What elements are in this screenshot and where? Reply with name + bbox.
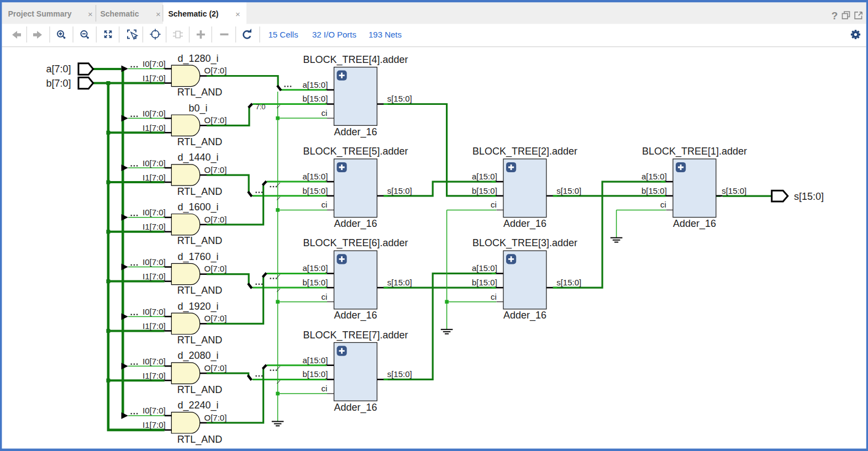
- svg-text:O[7:0]: O[7:0]: [204, 66, 227, 75]
- svg-text:b[15:0]: b[15:0]: [641, 186, 667, 195]
- svg-text:RTL_AND: RTL_AND: [177, 87, 223, 98]
- svg-text:a[15:0]: a[15:0]: [302, 80, 328, 89]
- svg-text:b[15:0]: b[15:0]: [302, 94, 328, 103]
- svg-text:s[15:0]: s[15:0]: [387, 186, 412, 195]
- svg-text:I0[7:0]: I0[7:0]: [143, 208, 166, 217]
- svg-text:I1[7:0]: I1[7:0]: [143, 123, 166, 132]
- svg-text:a[15:0]: a[15:0]: [472, 172, 497, 181]
- svg-text:O[7:0]: O[7:0]: [204, 264, 227, 273]
- svg-text:s[15:0]: s[15:0]: [556, 186, 581, 195]
- svg-text:Adder_16: Adder_16: [334, 218, 377, 230]
- svg-text:O[7:0]: O[7:0]: [204, 165, 227, 174]
- svg-text:O[7:0]: O[7:0]: [204, 363, 227, 373]
- svg-text:d_1280_i: d_1280_i: [177, 53, 218, 65]
- svg-text:BLOCK_TREE[3].adder: BLOCK_TREE[3].adder: [472, 237, 577, 249]
- svg-text:Adder_16: Adder_16: [503, 310, 546, 321]
- svg-text:×: ×: [156, 9, 161, 19]
- svg-text:I0[7:0]: I0[7:0]: [143, 59, 166, 68]
- svg-text:Adder_16: Adder_16: [334, 310, 377, 321]
- svg-text:a[15:0]: a[15:0]: [641, 172, 667, 181]
- svg-text:I1[7:0]: I1[7:0]: [143, 371, 166, 380]
- svg-text:a[15:0]: a[15:0]: [302, 356, 328, 365]
- svg-text:Schematic (2): Schematic (2): [169, 9, 219, 18]
- svg-text:I1[7:0]: I1[7:0]: [143, 321, 166, 331]
- svg-text:a[15:0]: a[15:0]: [302, 172, 328, 181]
- svg-text:b[15:0]: b[15:0]: [472, 186, 497, 195]
- svg-text:I0[7:0]: I0[7:0]: [143, 109, 166, 118]
- svg-text:ci: ci: [321, 200, 327, 209]
- svg-text:Adder_16: Adder_16: [334, 126, 377, 138]
- svg-text:ci: ci: [491, 292, 497, 301]
- svg-text:Project Summary: Project Summary: [8, 9, 72, 18]
- svg-text:193 Nets: 193 Nets: [369, 30, 402, 39]
- svg-text:I1[7:0]: I1[7:0]: [143, 73, 166, 83]
- svg-text:I0[7:0]: I0[7:0]: [143, 307, 166, 316]
- svg-text:BLOCK_TREE[4].adder: BLOCK_TREE[4].adder: [303, 54, 408, 66]
- svg-text:I0[7:0]: I0[7:0]: [143, 257, 166, 267]
- svg-text:b0_i: b0_i: [188, 103, 207, 114]
- svg-text:O[7:0]: O[7:0]: [204, 115, 227, 125]
- svg-text:O[7:0]: O[7:0]: [204, 215, 227, 224]
- svg-text:ci: ci: [660, 200, 666, 209]
- svg-text:b[15:0]: b[15:0]: [302, 186, 328, 195]
- svg-text:a[15:0]: a[15:0]: [302, 263, 328, 273]
- svg-text:RTL_AND: RTL_AND: [177, 235, 223, 247]
- svg-text:ci: ci: [321, 292, 327, 301]
- svg-text:s[15:0]: s[15:0]: [722, 186, 746, 195]
- svg-text:RTL_AND: RTL_AND: [177, 285, 223, 296]
- svg-text:s[15:0]: s[15:0]: [556, 278, 581, 287]
- svg-text:ci: ci: [491, 200, 497, 209]
- svg-text:I1[7:0]: I1[7:0]: [143, 222, 166, 231]
- svg-text:Schematic: Schematic: [101, 9, 139, 18]
- svg-text:×: ×: [235, 9, 240, 19]
- svg-text:Adder_16: Adder_16: [503, 218, 546, 230]
- svg-text:BLOCK_TREE[5].adder: BLOCK_TREE[5].adder: [303, 146, 408, 157]
- svg-text:I0[7:0]: I0[7:0]: [143, 357, 166, 366]
- svg-text:d_1440_i: d_1440_i: [177, 152, 218, 163]
- svg-text:O[7:0]: O[7:0]: [204, 314, 227, 323]
- svg-text:b[15:0]: b[15:0]: [302, 278, 328, 287]
- svg-text:RTL_AND: RTL_AND: [177, 384, 223, 396]
- svg-text:BLOCK_TREE[2].adder: BLOCK_TREE[2].adder: [472, 146, 577, 157]
- svg-text:d_1760_i: d_1760_i: [177, 251, 218, 263]
- svg-text:s[15:0]: s[15:0]: [387, 278, 412, 287]
- svg-text:BLOCK_TREE[6].adder: BLOCK_TREE[6].adder: [303, 237, 408, 249]
- svg-text:Adder_16: Adder_16: [334, 402, 377, 413]
- svg-text:s[15:0]: s[15:0]: [794, 191, 824, 202]
- svg-text:BLOCK_TREE[7].adder: BLOCK_TREE[7].adder: [303, 330, 408, 341]
- svg-text:I1[7:0]: I1[7:0]: [143, 420, 166, 429]
- svg-text:?: ?: [832, 10, 838, 22]
- svg-text:RTL_AND: RTL_AND: [177, 186, 223, 198]
- svg-text:b[15:0]: b[15:0]: [302, 369, 328, 379]
- svg-text:I1[7:0]: I1[7:0]: [143, 173, 166, 182]
- svg-text:7:0: 7:0: [256, 103, 266, 111]
- svg-text:RTL_AND: RTL_AND: [177, 434, 223, 445]
- svg-text:d_1600_i: d_1600_i: [177, 201, 218, 213]
- svg-text:Adder_16: Adder_16: [673, 218, 716, 230]
- svg-text:O[7:0]: O[7:0]: [204, 413, 227, 422]
- svg-text:d_1920_i: d_1920_i: [177, 301, 218, 312]
- svg-text:s[15:0]: s[15:0]: [387, 369, 412, 379]
- svg-text:s[15:0]: s[15:0]: [387, 94, 412, 103]
- svg-text:b[15:0]: b[15:0]: [472, 278, 497, 287]
- svg-text:a[15:0]: a[15:0]: [472, 263, 497, 273]
- svg-text:RTL_AND: RTL_AND: [177, 335, 223, 346]
- svg-text:d_2080_i: d_2080_i: [177, 350, 218, 362]
- svg-text:I0[7:0]: I0[7:0]: [143, 406, 166, 415]
- svg-text:RTL_AND: RTL_AND: [177, 136, 223, 148]
- svg-text:ci: ci: [321, 108, 327, 118]
- svg-text:BLOCK_TREE[1].adder: BLOCK_TREE[1].adder: [642, 146, 747, 157]
- svg-text:d_2240_i: d_2240_i: [177, 400, 218, 411]
- svg-text:b[7:0]: b[7:0]: [46, 78, 71, 89]
- svg-text:ci: ci: [321, 384, 327, 393]
- svg-text:32 I/O Ports: 32 I/O Ports: [312, 30, 356, 39]
- svg-text:×: ×: [88, 9, 93, 19]
- svg-text:15 Cells: 15 Cells: [269, 30, 298, 39]
- svg-text:a[7:0]: a[7:0]: [46, 63, 71, 75]
- svg-text:I0[7:0]: I0[7:0]: [143, 158, 166, 168]
- svg-text:I1[7:0]: I1[7:0]: [143, 272, 166, 281]
